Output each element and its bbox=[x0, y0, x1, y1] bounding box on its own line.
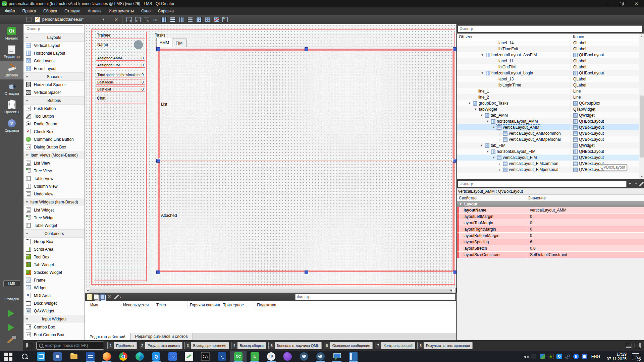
widget-box-section-header[interactable]: ▼Spacers bbox=[23, 72, 85, 81]
edit-signals-slots-button[interactable] bbox=[134, 16, 142, 23]
tree-row-name-cell[interactable]: ›verticalLayout_FIMpersonal bbox=[457, 167, 570, 173]
mode-design[interactable]: Дизайн bbox=[0, 61, 23, 79]
copy-action-icon[interactable] bbox=[94, 294, 98, 300]
object-tree-row[interactable]: lblTimeExitQLabel bbox=[457, 46, 639, 52]
kit-selector-button[interactable]: LMS bbox=[3, 280, 20, 287]
action-column-header[interactable]: Имя bbox=[88, 301, 121, 309]
q-app-tray-icon[interactable]: Q bbox=[556, 354, 562, 359]
object-inspector-filter-input[interactable] bbox=[458, 25, 642, 32]
amm-common-layout[interactable]: List bbox=[159, 50, 452, 158]
keyboard-language-indicator[interactable]: ENG bbox=[591, 354, 600, 359]
widget-box-filter-input[interactable] bbox=[25, 25, 83, 32]
scroll-up-icon[interactable]: ▲ bbox=[639, 34, 644, 39]
edit-buddies-button[interactable] bbox=[143, 16, 150, 23]
taskbar-file-explorer[interactable] bbox=[66, 351, 82, 362]
menu-item-Правка[interactable]: Правка bbox=[19, 7, 40, 15]
toggle-right-pane-icon[interactable] bbox=[635, 343, 641, 348]
tree-row-name-cell[interactable]: lblTimeExit bbox=[457, 46, 570, 52]
widget-box-item[interactable]: Tree View bbox=[23, 167, 85, 175]
widget-box-item[interactable]: Table View bbox=[23, 175, 85, 182]
selection-handle[interactable] bbox=[156, 159, 160, 163]
object-tree-row[interactable]: line_1Line bbox=[457, 88, 639, 94]
mode-help[interactable]: ?Справка bbox=[0, 116, 23, 135]
tab-fim[interactable]: FIM bbox=[172, 39, 187, 47]
object-tree-row[interactable]: ▼groupBox_TasksQGroupBox bbox=[457, 100, 639, 106]
property-row[interactable]: layoutStretch0,0 bbox=[457, 245, 644, 252]
chat-widget[interactable] bbox=[96, 104, 145, 267]
object-tree-row[interactable]: ▼horizontalLayout_AMMQHBoxLayout bbox=[457, 118, 639, 124]
tree-row-name-cell[interactable]: ›verticalLayout_FIMcommon bbox=[457, 161, 570, 167]
tree-row-name-cell[interactable]: ▼horizontalLayout_AssFIM bbox=[457, 52, 570, 58]
clock[interactable]: 17:29 07.11.2025 bbox=[607, 352, 627, 361]
taskbar-mail[interactable] bbox=[164, 351, 181, 362]
taskbar-remote-desktop[interactable] bbox=[329, 351, 345, 362]
taskbar-powershell[interactable]: >_ bbox=[214, 351, 230, 362]
scroll-right-icon[interactable]: ► bbox=[450, 289, 453, 292]
chevron-down-icon[interactable]: ▼ bbox=[485, 120, 490, 123]
tree-row-name-cell[interactable]: ▼verticalLayout_FIM bbox=[457, 155, 570, 161]
widget-box-section-header[interactable]: ▼Buttons bbox=[23, 96, 85, 105]
toggle-left-sidebar-icon[interactable] bbox=[26, 343, 32, 348]
scrollbar-thumb[interactable] bbox=[640, 96, 644, 158]
object-tree-row[interactable]: label_11QLabel bbox=[457, 58, 639, 64]
property-value[interactable]: verticalLayout_AMM bbox=[528, 207, 644, 213]
taskbar-q-app[interactable]: Q bbox=[148, 351, 164, 362]
taskbar-utility-app[interactable]: Ψ bbox=[263, 351, 279, 362]
taskbar-photos-app[interactable] bbox=[33, 351, 49, 362]
widget-box-item[interactable]: Column View bbox=[23, 182, 85, 190]
output-pane-button[interactable]: 3Вывод приложения bbox=[184, 342, 229, 349]
remove-dynamic-property-button[interactable]: − bbox=[633, 181, 639, 186]
property-row[interactable]: layoutSpacing6 bbox=[457, 239, 644, 245]
canvas-horizontal-scrollbar[interactable]: ◄ ► bbox=[85, 288, 456, 293]
object-column-header[interactable]: Объект bbox=[459, 34, 473, 40]
taskbar-database-app[interactable] bbox=[82, 351, 99, 362]
output-pane-button[interactable]: 1Проблемы bbox=[107, 342, 137, 349]
property-value[interactable]: 6 bbox=[528, 239, 644, 245]
output-pane-button[interactable]: 2Результаты поиска bbox=[139, 342, 182, 349]
action-column-header[interactable]: Триггерное bbox=[221, 301, 255, 309]
add-dynamic-property-button[interactable]: + bbox=[627, 181, 633, 186]
action-column-header[interactable]: Горячая клавиш bbox=[187, 301, 221, 309]
widget-box-item[interactable]: Tab Widget bbox=[23, 261, 85, 268]
chevron-right-icon[interactable]: › bbox=[497, 131, 502, 135]
chevron-right-icon[interactable]: › bbox=[497, 137, 502, 141]
taskbar-chrome[interactable] bbox=[115, 351, 131, 362]
mode-edit[interactable]: Редактор bbox=[0, 43, 23, 61]
widget-box-section-header[interactable]: ▼Layouts bbox=[23, 33, 85, 42]
layout-grid-button[interactable] bbox=[195, 16, 203, 23]
assigned-amm-row[interactable]: Assigned AMM 0 bbox=[96, 55, 145, 61]
property-filter-input[interactable] bbox=[458, 181, 627, 187]
widget-box-item[interactable]: Dialog Button Box bbox=[23, 143, 85, 151]
property-row[interactable]: layoutSizeConstraintSetDefaultConstraint bbox=[457, 252, 644, 258]
object-tree-row[interactable]: line_2Line bbox=[457, 94, 639, 100]
selection-handle[interactable] bbox=[305, 270, 308, 274]
open-document-selector[interactable]: personalcardtrainee.ui* bbox=[42, 17, 99, 22]
layout-vertically-button[interactable] bbox=[169, 16, 176, 23]
taskbar-notes-app[interactable] bbox=[181, 351, 197, 362]
layout-horizontal-splitter-button[interactable] bbox=[178, 16, 185, 23]
avatar-placeholder[interactable] bbox=[134, 40, 143, 49]
mode-welcome[interactable]: QtНачало bbox=[0, 24, 23, 43]
action-column-header[interactable]: Подсказка bbox=[255, 301, 286, 309]
property-value[interactable]: 0 bbox=[528, 214, 644, 220]
form-editor-canvas[interactable]: Trainee Name Assigned AMM 0 Assigned FIM… bbox=[85, 24, 457, 288]
widget-box-item[interactable]: MDI Area bbox=[23, 292, 85, 299]
tab-active[interactable]: Редактор действий bbox=[85, 333, 130, 341]
widget-box-item[interactable]: Vertical Layout bbox=[23, 42, 85, 49]
taskbar-search[interactable] bbox=[16, 351, 33, 362]
taskbar-edge[interactable] bbox=[131, 351, 148, 362]
scroll-down-icon[interactable]: ▼ bbox=[639, 174, 644, 179]
object-tree-row[interactable]: ›verticalLayout_AMMpersonalQVBoxLayout bbox=[457, 136, 639, 142]
tree-row-name-cell[interactable]: ▼tab_AMM bbox=[457, 112, 570, 118]
edit-tab-order-button[interactable]: 123 bbox=[152, 16, 159, 23]
tree-row-name-cell[interactable]: label_14 bbox=[457, 40, 570, 46]
edit-action-icon[interactable] bbox=[100, 294, 105, 300]
widget-box-item[interactable]: Push Button bbox=[23, 105, 85, 112]
widget-box-item[interactable]: Scroll Area bbox=[23, 245, 85, 253]
build-button[interactable] bbox=[6, 335, 16, 344]
layout-horizontally-button[interactable] bbox=[160, 16, 168, 23]
trainee-group-box[interactable]: Trainee Name Assigned AMM 0 Assigned FIM… bbox=[94, 32, 147, 281]
object-tree-row[interactable]: ▼tab_AMMQWidget bbox=[457, 112, 639, 118]
taskbar-qt-creator[interactable]: QC bbox=[230, 351, 247, 362]
property-row[interactable]: layoutNameverticalLayout_AMM bbox=[457, 207, 644, 214]
